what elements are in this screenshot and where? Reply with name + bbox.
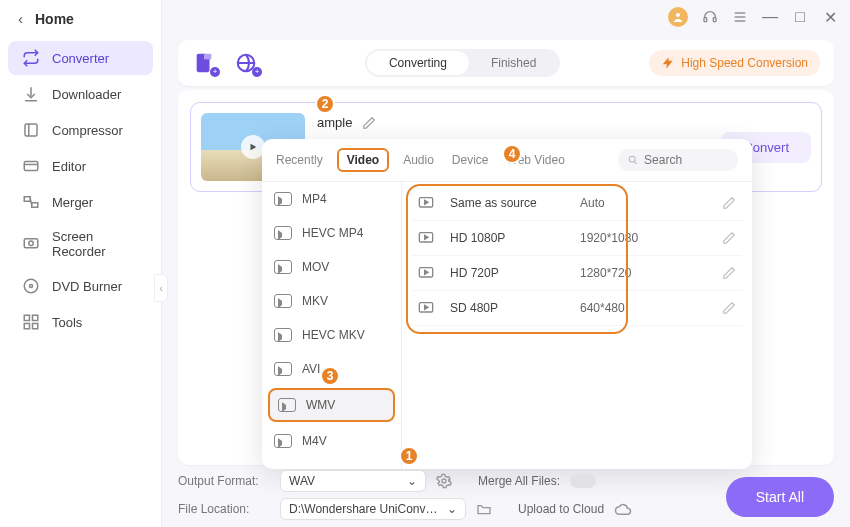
sidebar-item-label: Compressor [52, 123, 123, 138]
preset-1080p[interactable]: HD 1080P 1920*1080 [412, 221, 742, 256]
preset-720p[interactable]: HD 720P 1280*720 [412, 256, 742, 291]
format-icon [274, 260, 292, 274]
sidebar-item-label: Downloader [52, 87, 121, 102]
format-icon [274, 362, 292, 376]
sidebar: ‹ Home Converter Downloader Compressor E… [0, 0, 162, 527]
caret-down-icon: ⌄ [407, 474, 417, 488]
svg-rect-8 [24, 162, 38, 171]
preset-480p[interactable]: SD 480P 640*480 [412, 291, 742, 326]
close-button[interactable]: ✕ [822, 9, 838, 25]
format-icon [274, 434, 292, 448]
back-icon[interactable]: ‹ [18, 10, 23, 27]
svg-rect-19 [24, 324, 29, 329]
preset-icon [418, 196, 438, 210]
maximize-button[interactable]: □ [792, 9, 808, 25]
format-mp4[interactable]: MP4 [262, 182, 401, 216]
merge-toggle[interactable] [570, 474, 596, 488]
callout-3: 3 [320, 366, 340, 386]
sidebar-item-editor[interactable]: Editor [8, 149, 153, 183]
format-mkv[interactable]: MKV [262, 284, 401, 318]
preset-edit-icon[interactable] [722, 196, 736, 210]
svg-line-28 [634, 161, 637, 164]
download-icon [22, 85, 40, 103]
svg-rect-1 [704, 18, 707, 22]
sidebar-item-tools[interactable]: Tools [8, 305, 153, 339]
tab-converting[interactable]: Converting [367, 51, 469, 75]
converter-icon [22, 49, 40, 67]
output-format-dropdown[interactable]: WAV ⌄ [280, 470, 426, 492]
svg-point-27 [629, 156, 635, 162]
format-list[interactable]: MP4 HEVC MP4 MOV MKV HEVC MKV AVI WMV M4… [262, 182, 402, 469]
callout-4: 4 [502, 144, 522, 164]
sidebar-item-label: Converter [52, 51, 109, 66]
sidebar-item-label: Merger [52, 195, 93, 210]
tools-icon [22, 313, 40, 331]
sidebar-item-converter[interactable]: Converter [8, 41, 153, 75]
tab-audio[interactable]: Audio [403, 153, 434, 167]
search-input[interactable] [644, 153, 728, 167]
sidebar-item-compressor[interactable]: Compressor [8, 113, 153, 147]
format-popup: Recently Video Audio Device Web Video MP… [262, 139, 752, 469]
sidebar-item-label: DVD Burner [52, 279, 122, 294]
preset-edit-icon[interactable] [722, 301, 736, 315]
dvd-icon [22, 277, 40, 295]
status-tabs: Converting Finished [276, 49, 649, 77]
format-m4v[interactable]: M4V [262, 424, 401, 458]
svg-line-12 [30, 199, 32, 205]
format-mov[interactable]: MOV [262, 250, 401, 284]
svg-point-0 [676, 13, 680, 17]
cloud-icon[interactable] [614, 502, 632, 516]
sidebar-item-label: Editor [52, 159, 86, 174]
preset-edit-icon[interactable] [722, 266, 736, 280]
format-wmv[interactable]: WMV [268, 388, 395, 422]
preset-edit-icon[interactable] [722, 231, 736, 245]
svg-point-16 [30, 285, 33, 288]
preset-same-as-source[interactable]: Same as source Auto [412, 186, 742, 221]
file-location-label: File Location: [178, 502, 270, 516]
top-toolbar: + + Converting Finished High Speed Conve… [178, 40, 834, 86]
format-hevc-mp4[interactable]: HEVC MP4 [262, 216, 401, 250]
add-file-button[interactable]: + [192, 51, 216, 75]
format-icon [274, 328, 292, 342]
format-search[interactable] [618, 149, 738, 171]
sidebar-header[interactable]: ‹ Home [0, 0, 161, 37]
tab-video[interactable]: Video [337, 148, 389, 172]
home-label: Home [35, 11, 74, 27]
preset-icon [418, 301, 438, 315]
sidebar-item-label: Tools [52, 315, 82, 330]
tab-finished[interactable]: Finished [469, 51, 558, 75]
menu-icon[interactable] [732, 9, 748, 25]
tab-recently[interactable]: Recently [276, 153, 323, 167]
output-format-label: Output Format: [178, 474, 270, 488]
svg-point-14 [29, 241, 34, 246]
svg-rect-20 [33, 324, 38, 329]
format-icon [274, 192, 292, 206]
headset-icon[interactable] [702, 9, 718, 25]
svg-rect-17 [24, 315, 29, 320]
output-settings-icon[interactable] [436, 473, 454, 489]
video-title: ample [317, 115, 352, 130]
sidebar-item-screen-recorder[interactable]: Screen Recorder [8, 221, 153, 267]
file-location-dropdown[interactable]: D:\Wondershare UniConverter 1 ⌄ [280, 498, 466, 520]
start-all-button[interactable]: Start All [726, 477, 834, 517]
upload-cloud-label: Upload to Cloud [518, 502, 604, 516]
format-icon [274, 226, 292, 240]
open-folder-icon[interactable] [476, 501, 494, 517]
high-speed-label: High Speed Conversion [681, 56, 808, 70]
file-location-value: D:\Wondershare UniConverter 1 [289, 502, 439, 516]
sidebar-item-merger[interactable]: Merger [8, 185, 153, 219]
svg-marker-34 [425, 270, 428, 274]
search-icon [628, 154, 638, 166]
minimize-button[interactable]: — [762, 9, 778, 25]
tab-device[interactable]: Device [452, 153, 489, 167]
user-avatar-icon[interactable] [668, 7, 688, 27]
high-speed-button[interactable]: High Speed Conversion [649, 50, 820, 76]
sidebar-item-downloader[interactable]: Downloader [8, 77, 153, 111]
editor-icon [22, 157, 40, 175]
sidebar-item-dvd-burner[interactable]: DVD Burner [8, 269, 153, 303]
main-area: + + Converting Finished High Speed Conve… [162, 34, 850, 527]
add-url-button[interactable]: + [234, 51, 258, 75]
format-hevc-mkv[interactable]: HEVC MKV [262, 318, 401, 352]
edit-title-icon[interactable] [362, 116, 376, 130]
preset-list: Same as source Auto HD 1080P 1920*1080 H… [402, 182, 752, 469]
